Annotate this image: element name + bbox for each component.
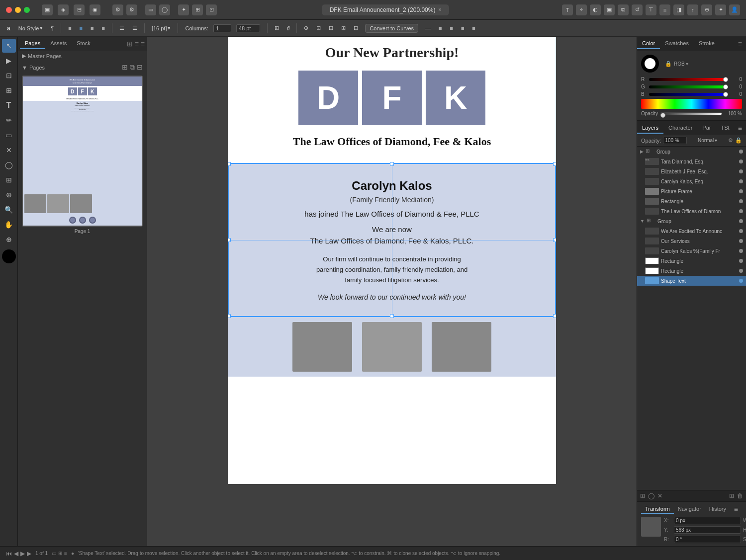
pencil-tool[interactable]: ✏ [2,113,16,127]
r-slider[interactable] [649,78,728,81]
pin-icon[interactable]: ✦ [178,4,189,15]
status-icon-3[interactable]: ≡ [64,551,67,556]
doc-tab[interactable]: DFK Email Announcement_2 (200.00%) × [322,4,450,15]
export-icon[interactable]: ↑ [687,4,698,15]
pages-action-2[interactable]: ⧉ [130,63,135,72]
brush-icon[interactable]: ◐ [590,4,601,15]
b-slider[interactable] [649,93,728,96]
panel-action-menu[interactable]: ≡ [141,40,145,48]
right-panel-menu[interactable]: ≡ [738,40,746,48]
view-btn5[interactable]: ≡ [469,24,478,32]
grid-icon[interactable]: ⊞ [326,24,336,32]
mask-icon[interactable]: ◨ [673,4,684,15]
layers-opacity-input[interactable] [663,137,687,144]
color-swatch[interactable] [641,55,659,73]
person-icon[interactable]: 👤 [729,4,740,15]
handle-tc[interactable] [390,162,394,166]
align-justify-btn[interactable]: ≡ [98,24,107,32]
nav-first-btn[interactable]: ⏮ [6,550,12,557]
columns-input[interactable] [213,24,231,32]
layer-rect-white-1[interactable]: Rectangle [637,256,746,266]
file-icon[interactable]: ▭ [145,4,156,15]
navigator-tab[interactable]: Navigator [674,505,705,514]
align-icon[interactable]: ⊞ [192,4,203,15]
snap-icon[interactable]: ⊡ [313,24,324,32]
panel-action-list[interactable]: ≡ [135,40,139,48]
layout-icon[interactable]: ⊟ [351,24,361,32]
layer-group-1[interactable]: ▶ ⊞ Group [637,147,746,157]
settings2-icon[interactable]: ⚙ [126,4,137,15]
color-spectrum[interactable] [641,99,742,109]
zoom2-tool[interactable]: ⊕ [2,233,16,246]
y-input[interactable] [674,526,741,534]
r-input[interactable] [674,536,741,543]
page-blue-section[interactable]: Carolyn Kalos (Family Friendly Mediation… [228,163,556,317]
layer-our-services[interactable]: Our Services [637,236,746,246]
layer-carolyn-family[interactable]: Carolyn Kalos %(Family Fr [637,246,746,256]
table-icon[interactable]: ⊞ [338,24,349,32]
align-top-icon[interactable]: ⊤ [646,4,656,15]
handle-br[interactable] [553,314,556,318]
node-tool[interactable]: ⊡ [2,69,16,82]
fullscreen-button[interactable] [24,7,30,13]
arrow-tool[interactable]: ▶ [2,54,16,68]
rgb-dropdown-icon[interactable]: ▾ [686,61,688,67]
layer-action-2[interactable]: ◯ [648,492,654,499]
x-tool[interactable]: ✕ [2,143,16,157]
select-tool[interactable]: ↖ [2,39,16,53]
history-tab[interactable]: History [705,505,730,514]
pt-input[interactable] [236,24,260,32]
handle-mr[interactable] [553,238,556,242]
handle-bc[interactable] [390,314,394,318]
table2-tool[interactable]: ⊞ [2,173,16,187]
transform-tab[interactable]: Transform [641,505,674,514]
pages-action-3[interactable]: ⊟ [137,63,143,72]
lasso-icon[interactable]: ⌖ [576,4,587,15]
zoom-tool[interactable]: 🔍 [2,203,16,217]
status-icon-2[interactable]: ⊞ [58,551,62,556]
view-btn2[interactable]: ≡ [436,24,445,32]
transform-menu-btn[interactable]: ≡ [734,505,742,513]
tab-pages[interactable]: Pages [20,38,45,49]
nav-next-btn[interactable]: ▶ [27,550,31,557]
swatches-tab[interactable]: Swatches [660,38,694,49]
layer-action-1[interactable]: ⊞ [640,492,645,499]
layers-gear-icon[interactable]: ⚙ [728,137,733,144]
size-dropdown[interactable]: [16 pt] ▾ [149,24,174,32]
layer-picture-frame[interactable]: Picture Frame [637,186,746,196]
tab-stock[interactable]: Stock [72,38,95,49]
minimize-button[interactable] [15,7,21,13]
pilcrow-btn[interactable]: ¶ [48,24,57,32]
text-style-btn[interactable]: a [4,24,13,33]
pages-section-header[interactable]: ▼ Pages ⊞ ⧉ ⊟ [18,61,147,74]
layer-rectangle-1[interactable]: Rectangle [637,196,746,206]
layer-group-2[interactable]: ▼ ⊞ Group [637,216,746,226]
crop-tool[interactable]: ⊞ [2,83,16,97]
rotate-icon[interactable]: ↺ [632,4,643,15]
view-btn3[interactable]: ≡ [447,24,456,32]
effects-icon[interactable]: ✦ [715,4,726,15]
tab-character[interactable]: Character [663,123,697,134]
hand-tool[interactable]: ✋ [2,218,16,232]
link2-tool[interactable]: ⊕ [2,188,16,202]
g-slider[interactable] [649,85,728,88]
align-right-btn[interactable]: ≡ [88,24,96,32]
nav-play-btn[interactable]: ▶ [20,550,25,557]
color-tool[interactable] [2,249,16,263]
handle-tr[interactable] [553,162,556,166]
layer-add-btn[interactable]: ⊞ [729,492,734,499]
layers-menu-btn[interactable]: ≡ [738,124,746,132]
opacity-slider[interactable] [660,112,722,115]
circle-icon[interactable]: ◯ [159,4,170,15]
fi-btn[interactable]: fi [284,24,293,32]
handle-bl[interactable] [228,314,231,318]
handle-tl[interactable] [228,162,231,166]
pages-action-1[interactable]: ⊞ [122,63,128,72]
page-1-thumbnail[interactable]: We Are Excited To AnnounceOur New Partne… [22,76,143,227]
layer-law-offices[interactable]: The Law Offices of Diamon [637,206,746,216]
circle-tool[interactable]: ◯ [2,158,16,172]
no-style-dropdown[interactable]: No Style ▾ [15,24,46,32]
arrange-icon[interactable]: ≡ [659,4,670,15]
number-btn[interactable]: ☰ [129,24,140,32]
blend-mode-dropdown[interactable]: Normal ▾ [689,138,726,143]
